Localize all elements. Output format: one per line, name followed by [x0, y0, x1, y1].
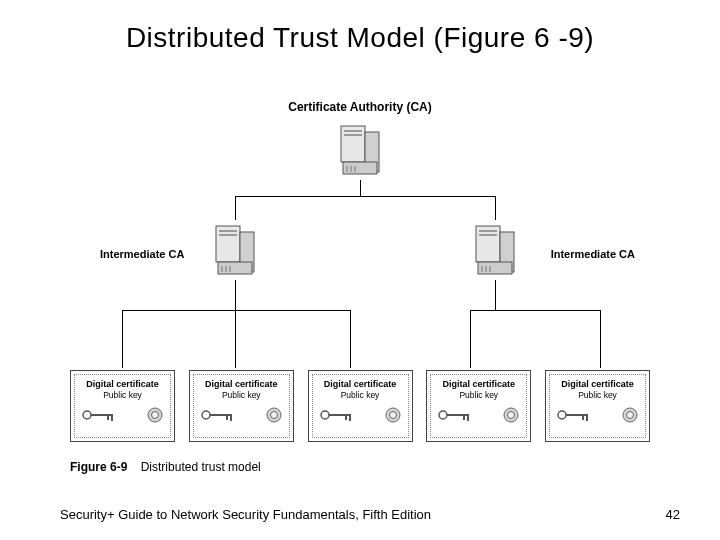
svg-rect-31	[210, 414, 232, 416]
svg-rect-33	[230, 416, 232, 421]
digital-certificate: Digital certificate Public key	[189, 370, 294, 442]
intermediate-ca-right-label: Intermediate CA	[551, 248, 635, 260]
svg-rect-27	[111, 416, 113, 421]
seal-icon	[502, 406, 520, 424]
svg-rect-44	[463, 416, 465, 420]
svg-rect-18	[479, 230, 497, 232]
svg-rect-51	[586, 416, 588, 421]
svg-rect-26	[107, 416, 109, 420]
intermediate-ca-left-label: Intermediate CA	[100, 248, 184, 260]
svg-point-29	[152, 412, 159, 419]
svg-rect-11	[219, 234, 237, 236]
figure-caption: Figure 6-9 Distributed trust model	[70, 460, 261, 474]
book-title: Security+ Guide to Network Security Fund…	[60, 507, 431, 522]
svg-rect-12	[218, 262, 252, 274]
seal-icon	[265, 406, 283, 424]
svg-point-24	[83, 411, 91, 419]
ca-label: Certificate Authority (CA)	[288, 100, 432, 114]
svg-point-47	[508, 412, 515, 419]
svg-point-48	[558, 411, 566, 419]
ca-server-icon	[335, 120, 385, 180]
slide-footer: Security+ Guide to Network Security Fund…	[60, 507, 680, 522]
digital-certificate: Digital certificate Public key	[545, 370, 650, 442]
certificate-title: Digital certificate	[77, 379, 168, 389]
svg-rect-2	[344, 130, 362, 132]
key-icon	[81, 406, 117, 424]
certificate-subtitle: Public key	[77, 390, 168, 400]
svg-rect-38	[345, 416, 347, 420]
svg-rect-43	[447, 414, 469, 416]
svg-rect-25	[91, 414, 113, 416]
svg-rect-19	[479, 234, 497, 236]
svg-rect-49	[566, 414, 588, 416]
digital-certificate: Digital certificate Public key	[70, 370, 175, 442]
svg-rect-20	[478, 262, 512, 274]
svg-point-36	[321, 411, 329, 419]
certificates-row: Digital certificate Public key Digital c…	[70, 370, 650, 442]
svg-point-30	[202, 411, 210, 419]
seal-icon	[621, 406, 639, 424]
intermediate-ca-left-icon	[210, 220, 260, 280]
certificate-subtitle: Public key	[315, 390, 406, 400]
svg-point-41	[389, 412, 396, 419]
svg-rect-32	[226, 416, 228, 420]
certificate-subtitle: Public key	[552, 390, 643, 400]
svg-rect-4	[343, 162, 377, 174]
figure-caption-text: Distributed trust model	[141, 460, 261, 474]
svg-rect-10	[219, 230, 237, 232]
svg-rect-3	[344, 134, 362, 136]
trust-model-diagram: Certificate Authority (CA) Intermediate …	[70, 100, 650, 450]
svg-point-42	[439, 411, 447, 419]
page-number: 42	[666, 507, 680, 522]
certificate-subtitle: Public key	[196, 390, 287, 400]
seal-icon	[146, 406, 164, 424]
key-icon	[319, 406, 355, 424]
svg-rect-50	[582, 416, 584, 420]
certificate-title: Digital certificate	[552, 379, 643, 389]
svg-point-53	[627, 412, 634, 419]
certificate-subtitle: Public key	[433, 390, 524, 400]
certificate-title: Digital certificate	[315, 379, 406, 389]
certificate-title: Digital certificate	[433, 379, 524, 389]
digital-certificate: Digital certificate Public key	[308, 370, 413, 442]
svg-rect-45	[467, 416, 469, 421]
key-icon	[200, 406, 236, 424]
svg-rect-37	[329, 414, 351, 416]
seal-icon	[384, 406, 402, 424]
intermediate-ca-right-icon	[470, 220, 520, 280]
slide-title: Distributed Trust Model (Figure 6 -9)	[0, 0, 720, 54]
figure-number: Figure 6-9	[70, 460, 127, 474]
digital-certificate: Digital certificate Public key	[426, 370, 531, 442]
key-icon	[556, 406, 592, 424]
key-icon	[437, 406, 473, 424]
svg-rect-39	[349, 416, 351, 421]
certificate-title: Digital certificate	[196, 379, 287, 389]
svg-point-35	[270, 412, 277, 419]
